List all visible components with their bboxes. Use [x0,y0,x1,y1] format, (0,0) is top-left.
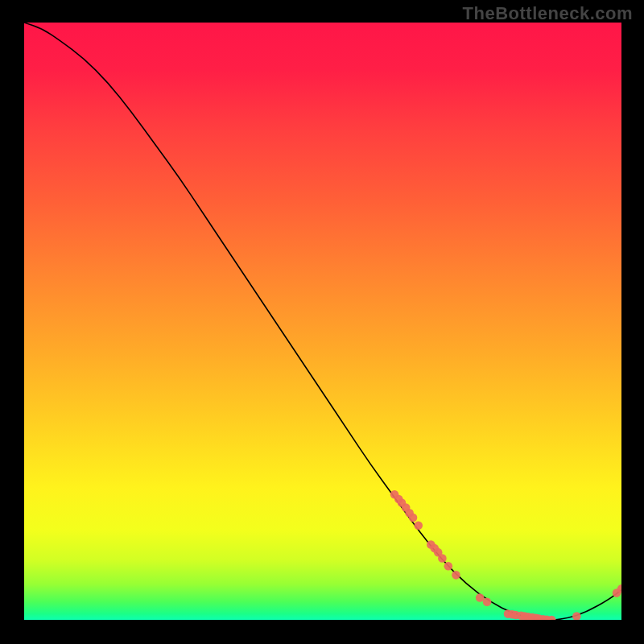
data-marker [476,593,485,602]
watermark-label: TheBottleneck.com [463,3,633,24]
plot-area [24,23,621,620]
data-marker [438,554,447,563]
data-marker [414,521,423,530]
gradient-background [24,23,621,620]
chart-frame: TheBottleneck.com [0,0,644,644]
chart-svg [24,23,621,620]
data-marker [444,562,453,571]
data-marker [483,597,492,606]
data-marker [452,571,460,580]
data-marker [409,514,418,522]
